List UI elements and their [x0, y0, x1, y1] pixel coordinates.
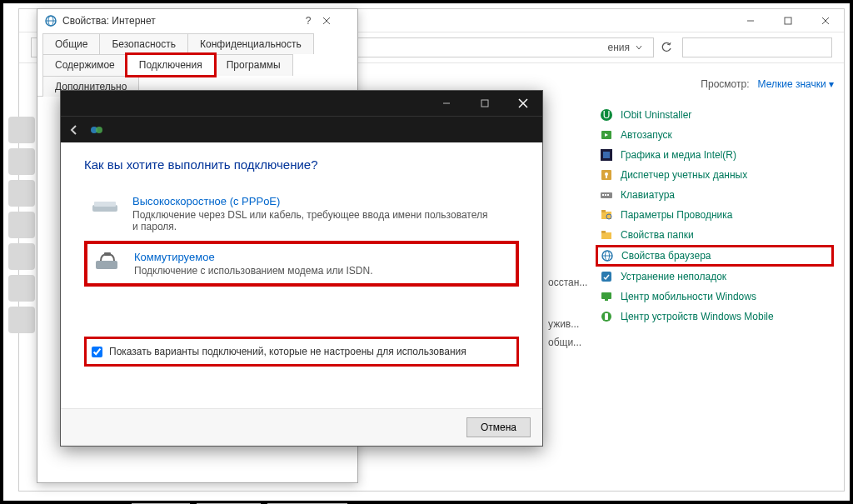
view-mode-row: Просмотр: Мелкие значки ▾ — [596, 72, 834, 105]
tab-strip: ОбщиеБезопасностьКонфиденциальностьСодер… — [37, 32, 357, 97]
wizard-heading: Как вы хотите выполнить подключение? — [84, 157, 519, 172]
close-button[interactable] — [504, 91, 542, 116]
svg-rect-20 — [601, 232, 611, 239]
svg-rect-36 — [481, 100, 488, 107]
intel-icon — [599, 147, 614, 162]
sidebar-icon[interactable] — [8, 148, 35, 175]
view-label: Просмотр: — [701, 78, 749, 90]
svg-rect-21 — [601, 231, 606, 233]
trouble-icon — [599, 269, 614, 284]
svg-rect-9 — [603, 152, 610, 158]
refresh-button[interactable] — [657, 38, 676, 57]
svg-point-40 — [96, 127, 102, 133]
wizard-footer: Отмена — [61, 408, 542, 446]
address-dropdown-icon[interactable] — [630, 38, 648, 57]
view-mode-link[interactable]: Мелкие значки ▾ — [758, 78, 834, 90]
svg-rect-12 — [606, 175, 607, 178]
control-panel-item[interactable]: Центр устройств Windows Mobile — [596, 307, 834, 327]
item-label: Устранение неполадок — [621, 271, 726, 282]
help-button[interactable]: ? — [294, 15, 322, 27]
back-button[interactable] — [67, 123, 81, 137]
browser-icon — [600, 248, 615, 263]
leak-text: ужив... — [548, 318, 579, 330]
svg-rect-18 — [601, 210, 606, 212]
item-label: Графика и медиа Intel(R) — [621, 149, 736, 161]
item-label: Автозапуск — [621, 129, 672, 141]
option-desc: Подключение через DSL или кабель, требую… — [132, 209, 491, 232]
item-label: Свойства браузера — [621, 250, 711, 262]
startup-icon — [599, 127, 614, 142]
close-button[interactable] — [322, 17, 351, 25]
control-panel-item[interactable]: UIObit Uninstaller — [596, 105, 834, 125]
keyb-icon — [599, 187, 614, 202]
option-dialup[interactable]: Коммутируемое Подключение с использовани… — [84, 241, 519, 287]
dialog-button-row: OK Отмена Применить — [37, 497, 357, 504]
item-label: Свойства папки — [621, 229, 694, 241]
tab-общие[interactable]: Общие — [42, 33, 100, 54]
connection-wizard-window: Как вы хотите выполнить подключение? Выс… — [60, 90, 543, 447]
maximize-button[interactable] — [769, 9, 806, 32]
checkbox-input[interactable] — [92, 347, 102, 357]
wizard-toolbar — [61, 116, 542, 142]
svg-rect-16 — [607, 194, 609, 196]
leak-text: осстан... — [548, 277, 587, 288]
item-label: IObit Uninstaller — [621, 109, 691, 121]
control-panel-item[interactable]: Устранение неполадок — [596, 267, 834, 287]
svg-rect-25 — [601, 272, 611, 282]
control-panel-item[interactable]: Графика и медиа Intel(R) — [596, 145, 834, 165]
svg-rect-44 — [104, 252, 111, 256]
sidebar-icon[interactable] — [8, 180, 35, 207]
item-label: Клавиатура — [621, 189, 675, 201]
item-label: Параметры Проводника — [621, 209, 732, 221]
mobility-icon — [599, 289, 614, 304]
svg-rect-26 — [601, 292, 611, 299]
tab-безопасность[interactable]: Безопасность — [99, 33, 188, 54]
control-panel-item[interactable]: Свойства папки — [596, 225, 834, 245]
control-panel-items: UIObit UninstallerАвтозапускГрафика и ме… — [596, 105, 834, 327]
host-sidebar-icons — [3, 112, 40, 338]
option-title: Коммутируемое — [134, 251, 373, 263]
dialog-titlebar: Свойства: Интернет ? — [37, 9, 357, 32]
control-panel-item[interactable]: Автозапуск — [596, 125, 834, 145]
creds-icon — [599, 167, 614, 182]
folder-icon — [599, 227, 614, 242]
show-all-options-checkbox[interactable]: Показать варианты подключений, которые н… — [92, 346, 511, 357]
maximize-button[interactable] — [466, 91, 504, 116]
control-panel-item[interactable]: Параметры Проводника — [596, 205, 834, 225]
cancel-button[interactable]: Отмена — [466, 417, 531, 437]
option-pppoe[interactable]: Высокоскоростное (с PPPoE) Подключение ч… — [84, 187, 519, 241]
svg-rect-14 — [602, 194, 604, 196]
explorer-icon — [599, 207, 614, 222]
search-box[interactable] — [682, 37, 832, 57]
control-panel-item[interactable]: Клавиатура — [596, 185, 834, 205]
leak-text: общи... — [548, 337, 581, 348]
control-panel-item[interactable]: Свойства браузера — [596, 245, 834, 267]
option-title: Высокоскоростное (с PPPoE) — [132, 195, 491, 207]
control-panel-item[interactable]: Диспетчер учетных данных — [596, 165, 834, 185]
svg-rect-15 — [605, 194, 606, 196]
control-panel-item[interactable]: Центр мобильности Windows — [596, 287, 834, 307]
internet-options-icon — [44, 14, 57, 27]
svg-text:U: U — [603, 109, 611, 121]
tab-подключения[interactable]: Подключения — [127, 54, 215, 76]
sidebar-icon[interactable] — [8, 243, 35, 270]
iobit-icon: U — [599, 107, 614, 122]
item-label: Диспетчер учетных данных — [621, 169, 747, 181]
dialog-title: Свойства: Интернет — [62, 15, 294, 27]
tab-содержимое[interactable]: Содержимое — [42, 54, 127, 76]
minimize-button[interactable] — [427, 91, 466, 116]
address-text: ения — [607, 42, 630, 53]
tab-конфиденциальность[interactable]: Конфиденциальность — [187, 33, 314, 54]
tab-программы[interactable]: Программы — [214, 54, 293, 76]
item-label: Центр устройств Windows Mobile — [621, 311, 774, 322]
sidebar-icon[interactable] — [8, 307, 35, 333]
minimize-button[interactable] — [731, 9, 769, 32]
sidebar-icon[interactable] — [8, 117, 35, 143]
wizard-caption-buttons — [61, 91, 542, 116]
desktop: ения Просмотр: Мелкие значки ▾ — [3, 3, 850, 501]
devices-icon — [599, 309, 614, 324]
close-button[interactable] — [806, 9, 844, 32]
sidebar-icon[interactable] — [8, 275, 35, 302]
show-all-options-row: Показать варианты подключений, которые н… — [84, 337, 519, 367]
sidebar-icon[interactable] — [8, 212, 35, 238]
